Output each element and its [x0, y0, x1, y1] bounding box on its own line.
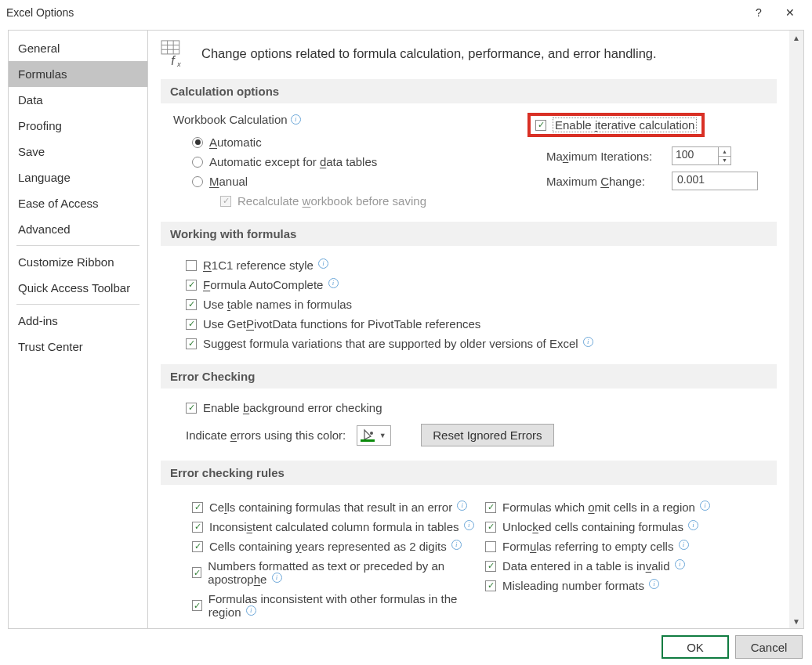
- check-formula-autocomplete[interactable]: Formula AutoComplete i: [186, 275, 770, 295]
- spinner-buttons[interactable]: ▲ ▼: [718, 147, 730, 164]
- checkbox-icon: [485, 522, 496, 533]
- radio-icon: [192, 176, 203, 187]
- info-icon[interactable]: i: [291, 114, 301, 125]
- category-sidebar: General Formulas Data Proofing Save Lang…: [9, 31, 148, 628]
- svg-rect-8: [361, 439, 375, 442]
- check-use-getpivotdata[interactable]: Use GetPivotData functions for PivotTabl…: [186, 314, 770, 334]
- radio-automatic-except-data-tables[interactable]: Automatic except for data tables: [173, 152, 527, 172]
- svg-rect-0: [161, 41, 179, 54]
- info-icon[interactable]: i: [700, 501, 710, 511]
- section-error-checking: Error Checking: [161, 364, 777, 389]
- checkbox-icon: [192, 567, 201, 578]
- sidebar-item-trust-center[interactable]: Trust Center: [9, 334, 147, 360]
- checkbox-icon: [192, 541, 203, 552]
- radio-icon: [192, 157, 203, 168]
- help-button[interactable]: ?: [743, 1, 774, 24]
- checkbox-icon: [186, 299, 197, 310]
- info-icon[interactable]: i: [272, 573, 282, 583]
- sidebar-item-quick-access-toolbar[interactable]: Quick Access Toolbar: [9, 275, 147, 301]
- info-icon[interactable]: i: [464, 520, 474, 530]
- checkbox-icon: [192, 522, 203, 533]
- info-icon[interactable]: i: [679, 540, 689, 550]
- sidebar-item-data[interactable]: Data: [9, 87, 147, 113]
- rule-checkbox[interactable]: Formulas which omit cells in a region i: [485, 497, 770, 517]
- checkbox-icon: [220, 196, 231, 207]
- checkbox-icon: [186, 280, 197, 291]
- rule-checkbox[interactable]: Cells containing years represented as 2 …: [192, 537, 477, 556]
- info-icon[interactable]: i: [451, 540, 462, 550]
- sidebar-item-customize-ribbon[interactable]: Customize Ribbon: [9, 249, 147, 275]
- rule-checkbox[interactable]: Unlocked cells containing formulas i: [485, 517, 770, 537]
- close-button[interactable]: ✕: [774, 1, 806, 24]
- info-icon[interactable]: i: [649, 579, 659, 589]
- info-icon[interactable]: i: [328, 278, 339, 288]
- sidebar-item-formulas[interactable]: Formulas: [9, 61, 147, 87]
- vertical-scrollbar[interactable]: ▲ ▼: [789, 31, 803, 628]
- maximum-iterations-input[interactable]: 100 ▲ ▼: [672, 146, 731, 165]
- checkbox-icon: [186, 403, 197, 414]
- rule-checkbox[interactable]: Formulas referring to empty cells i: [485, 537, 770, 556]
- radio-icon: [192, 137, 203, 148]
- check-suggest-formula-variations[interactable]: Suggest formula variations that are supp…: [186, 334, 770, 353]
- sidebar-item-save[interactable]: Save: [9, 139, 147, 164]
- info-icon[interactable]: i: [583, 337, 593, 347]
- rule-checkbox[interactable]: Inconsistent calculated column formula i…: [192, 517, 477, 537]
- window-title: Excel Options: [6, 6, 74, 19]
- page-description: Change options related to formula calcul…: [201, 46, 657, 61]
- rule-checkbox[interactable]: Misleading number formats i: [485, 576, 770, 595]
- sidebar-item-add-ins[interactable]: Add-ins: [9, 308, 147, 334]
- check-r1c1-reference-style[interactable]: R1C1 reference style i: [186, 255, 770, 275]
- rule-checkbox[interactable]: Numbers formatted as text or preceded by…: [192, 556, 477, 589]
- check-enable-iterative-calculation[interactable]: [535, 120, 546, 131]
- maximum-change-row: Maximum Change: 0.001: [527, 168, 770, 193]
- rule-checkbox[interactable]: Formulas inconsistent with other formula…: [192, 589, 477, 622]
- checkbox-icon: [485, 580, 496, 591]
- checkbox-icon: [192, 502, 203, 513]
- checkbox-icon: [186, 338, 197, 349]
- svg-text:x: x: [176, 60, 181, 67]
- section-error-checking-rules: Error checking rules: [161, 461, 777, 485]
- spin-up-icon: ▲: [719, 147, 730, 157]
- scroll-down-icon[interactable]: ▼: [789, 614, 803, 628]
- info-icon[interactable]: i: [318, 258, 328, 269]
- checkbox-icon: [485, 541, 496, 552]
- maximum-change-input[interactable]: 0.001: [672, 172, 758, 190]
- dropdown-arrow-icon: ▼: [377, 432, 388, 439]
- dialog-body: General Formulas Data Proofing Save Lang…: [8, 30, 804, 629]
- formulas-page-icon: f x: [161, 40, 190, 67]
- info-icon[interactable]: i: [688, 520, 698, 530]
- ok-button[interactable]: OK: [662, 635, 729, 659]
- sidebar-item-proofing[interactable]: Proofing: [9, 113, 147, 139]
- page-header: f x Change options related to formula ca…: [161, 40, 777, 74]
- content-panel: f x Change options related to formula ca…: [148, 31, 789, 628]
- error-color-picker[interactable]: ▼: [357, 425, 391, 446]
- sidebar-item-ease-of-access[interactable]: Ease of Access: [9, 190, 147, 216]
- check-recalculate-before-saving: Recalculate workbook before saving: [173, 191, 527, 211]
- dialog-footer: OK Cancel: [662, 635, 803, 659]
- sidebar-item-advanced[interactable]: Advanced: [9, 216, 147, 242]
- rule-checkbox[interactable]: Data entered in a table is invalid i: [485, 556, 770, 576]
- info-icon[interactable]: i: [675, 559, 685, 569]
- enable-iterative-calculation-label: Enable iterative calculation: [553, 117, 697, 132]
- checkbox-icon: [186, 260, 197, 271]
- indicate-errors-row: Indicate errors using this color: ▼ Rese…: [186, 417, 770, 450]
- info-icon[interactable]: i: [246, 605, 256, 616]
- fill-color-icon: [360, 428, 375, 443]
- svg-text:f: f: [171, 53, 176, 67]
- radio-manual[interactable]: Manual: [173, 172, 527, 191]
- sidebar-item-general[interactable]: General: [9, 35, 147, 61]
- check-use-table-names[interactable]: Use table names in formulas: [186, 295, 770, 314]
- reset-ignored-errors-button[interactable]: Reset Ignored Errors: [421, 424, 553, 446]
- info-icon[interactable]: i: [457, 501, 467, 511]
- svg-point-7: [370, 432, 373, 435]
- scroll-up-icon[interactable]: ▲: [789, 31, 803, 45]
- checkbox-icon: [485, 502, 496, 513]
- titlebar: Excel Options ? ✕: [0, 0, 812, 25]
- radio-automatic[interactable]: Automatic: [173, 132, 527, 152]
- sidebar-item-language[interactable]: Language: [9, 164, 147, 190]
- section-calculation-options: Calculation options: [161, 79, 777, 103]
- check-enable-background-error-checking[interactable]: Enable background error checking: [186, 398, 770, 417]
- rule-checkbox[interactable]: Cells containing formulas that result in…: [192, 497, 477, 517]
- enable-iterative-calculation-highlighted: Enable iterative calculation: [527, 113, 705, 137]
- cancel-button[interactable]: Cancel: [735, 635, 803, 659]
